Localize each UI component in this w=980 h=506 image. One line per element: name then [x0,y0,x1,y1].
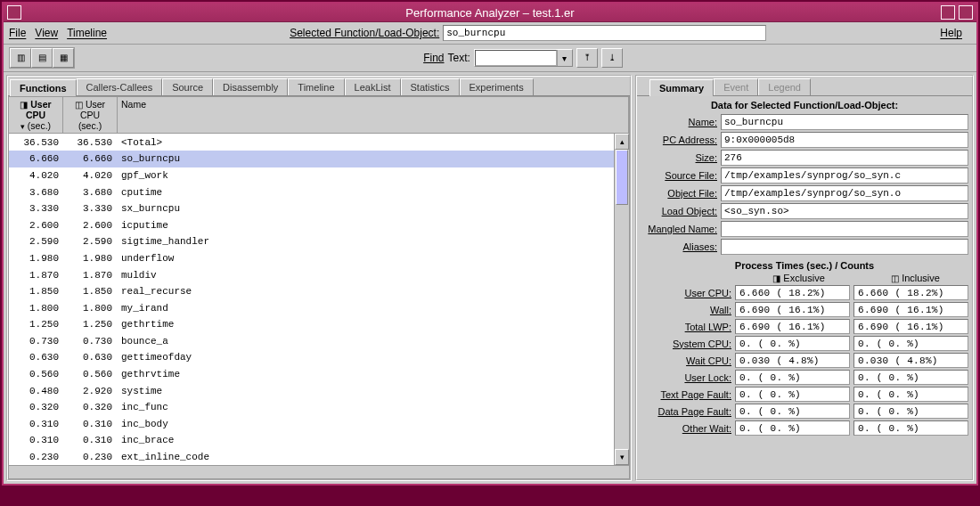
tab-source[interactable]: Source [162,78,213,95]
table-row[interactable]: 3.6803.680cputime [9,184,614,200]
cell-metric1: 0.730 [9,336,62,347]
maximize-button[interactable] [959,5,973,20]
menu-timeline[interactable]: Timeline [67,27,107,39]
table-row[interactable]: 0.3100.310inc_body [9,416,614,433]
summary-key: Aliases: [641,241,717,252]
summary-key: Load Object: [641,206,717,216]
table-row[interactable]: 1.8501.850real_recurse [9,283,614,300]
table-row[interactable]: 0.7300.730bounce_a [9,333,614,350]
col-exclusive: ◨ Exclusive [735,273,852,283]
summary-value[interactable]: so_burncpu [721,114,968,130]
view-mode-2-button[interactable]: ▤ [31,48,53,68]
cell-name: real_recurse [116,286,614,297]
tab-timeline[interactable]: Timeline [288,78,344,95]
scroll-thumb[interactable] [616,150,628,205]
cell-metric1: 3.330 [9,203,62,214]
table-row[interactable]: 6.6606.660so_burncpu [9,151,614,167]
summary-value[interactable] [721,239,968,255]
window-menu-icon[interactable] [7,5,21,20]
cell-metric1: 0.310 [9,419,62,429]
tab-callers-callees[interactable]: Callers-Callees [77,78,163,95]
pt-inclusive: 0. ( 0. %) [853,370,968,385]
col-user-cpu-inclusive[interactable]: ◫ User CPU (sec.) [63,97,118,133]
cell-metric2: 2.920 [62,386,116,396]
table-row[interactable]: 0.6300.630gettimeofday [9,349,614,366]
tab-event[interactable]: Event [714,78,758,95]
tab-disassembly[interactable]: Disassembly [213,78,288,95]
tab-experiments[interactable]: Experiments [460,78,534,95]
table-row[interactable]: 0.4802.920systime [9,382,614,399]
summary-field-size: Size:276 [641,150,968,166]
cell-metric2: 1.870 [62,270,116,281]
pt-label: System CPU: [641,339,731,349]
scroll-up-icon[interactable]: ▴ [615,134,629,150]
tab-leaklist[interactable]: LeakList [345,78,401,95]
view-mode-1-button[interactable]: ▥ [10,48,31,68]
table-row[interactable]: 0.2300.230ext_inline_code [9,449,614,466]
table-row[interactable]: 0.3200.320inc_func [9,399,614,416]
cell-metric1: 1.870 [9,270,62,281]
scroll-down-icon[interactable]: ▾ [615,449,629,465]
cell-name: so_burncpu [116,153,614,164]
pt-exclusive: 0. ( 0. %) [735,420,850,436]
cell-metric2: 0.730 [62,336,116,347]
tab-statistics[interactable]: Statistics [401,78,460,95]
pt-exclusive: 6.690 ( 16.1%) [735,319,850,334]
summary-key: PC Address: [641,135,717,145]
table-row[interactable]: 0.3100.310inc_brace [9,432,614,449]
summary-value[interactable]: /tmp/examples/synprog/so_syn.c [721,167,968,184]
find-prev-button[interactable]: ⤒ [576,48,598,68]
selected-function-field[interactable]: so_burncpu [443,25,766,41]
tab-functions[interactable]: Functions [10,79,77,96]
tab-summary[interactable]: Summary [649,79,714,96]
table-row[interactable]: 2.5902.590sigtime_handler [9,233,614,250]
col-name[interactable]: Name [118,97,629,133]
pt-exclusive: 0. ( 0. %) [735,370,850,385]
summary-value[interactable]: <so_syn.so> [721,203,968,219]
summary-value[interactable]: 9:0x000005d8 [721,132,968,148]
col-user-cpu-exclusive[interactable]: ◨ User CPU ▾ (sec.) [9,97,63,133]
process-time-row: Other Wait:0. ( 0. %)0. ( 0. %) [641,420,968,436]
summary-value[interactable]: /tmp/examples/synprog/so_syn.o [721,185,968,201]
vertical-scrollbar[interactable]: ▴ ▾ [614,134,629,465]
pt-inclusive: 0. ( 0. %) [853,404,968,419]
pt-inclusive: 0. ( 0. %) [853,420,968,436]
menu-file[interactable]: File [9,27,26,39]
cell-metric2: 1.980 [62,253,116,264]
process-time-row: Wall:6.690 ( 16.1%)6.690 ( 16.1%) [641,302,968,317]
process-time-row: System CPU:0. ( 0. %)0. ( 0. %) [641,336,968,351]
find-combo[interactable]: ▾ [474,49,573,67]
table-row[interactable]: 1.8701.870muldiv [9,266,614,283]
summary-value[interactable]: 276 [721,150,968,166]
table-row[interactable]: 0.5600.560gethrvtime [9,366,614,383]
table-row[interactable]: 36.53036.530<Total> [9,134,614,151]
table-row[interactable]: 1.8001.800my_irand [9,299,614,316]
cell-name: cputime [116,187,614,198]
table-row[interactable]: 1.2501.250gethrtime [9,316,614,333]
menu-help[interactable]: Help [940,27,962,39]
cell-metric2: 1.250 [62,319,116,330]
table-row[interactable]: 1.9801.980underflow [9,250,614,267]
summary-value[interactable] [721,221,968,237]
left-pane: FunctionsCallers-CalleesSourceDisassembl… [6,75,632,481]
find-next-button[interactable]: ⤓ [601,48,623,68]
table-row[interactable]: 3.3303.330sx_burncpu [9,200,614,217]
find-input[interactable] [475,50,557,66]
summary-panel: Data for Selected Function/Load-Object: … [637,96,972,479]
app-window: Performance Analyzer – test.1.er File Vi… [2,2,978,486]
cell-name: muldiv [116,270,614,281]
cell-metric2: 3.680 [62,187,116,198]
menu-view[interactable]: View [35,27,58,39]
titlebar[interactable]: Performance Analyzer – test.1.er [4,4,976,22]
minimize-button[interactable] [941,5,955,20]
summary-key: Object File: [641,188,717,199]
view-mode-3-button[interactable]: ▦ [53,48,74,68]
chevron-down-icon[interactable]: ▾ [557,50,572,66]
summary-field-aliases: Aliases: [641,239,968,255]
table-row[interactable]: 2.6002.600icputime [9,216,614,233]
tab-legend[interactable]: Legend [758,78,811,95]
pt-label: Wait CPU: [641,355,731,366]
pt-exclusive: 6.690 ( 16.1%) [735,302,850,317]
horizontal-scrollbar[interactable] [9,465,629,478]
table-row[interactable]: 4.0204.020gpf_work [9,167,614,184]
